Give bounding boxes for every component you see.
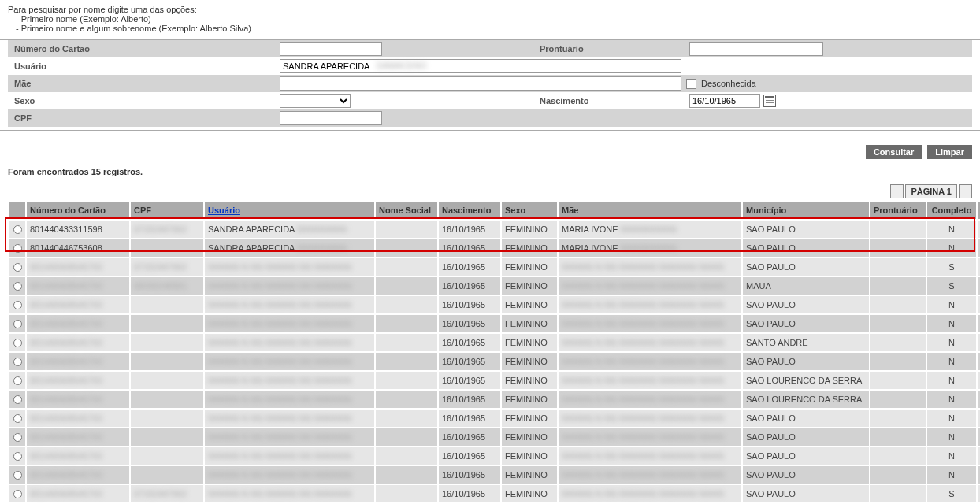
cell-municipio: SAO LOURENCO DA SERRA <box>743 372 869 389</box>
row-radio[interactable] <box>13 452 22 461</box>
pager: PÁGINA 1 <box>0 184 980 200</box>
cell-mae: NNNNN N NN NNNNNN NNNNNN NNNN <box>559 410 741 427</box>
th-nome-social: Nome Social <box>376 202 437 219</box>
cell-usuario: NNNNN N NN NNNNN NN NNNNNN <box>205 258 374 276</box>
row-radio[interactable] <box>13 244 22 253</box>
search-buttons: Consultar Limpar <box>0 131 980 164</box>
cell-municipio: MAUA <box>743 277 869 295</box>
table-row[interactable]: 80144040854579308200248901NNNNN N NN NNN… <box>9 277 980 295</box>
table-row[interactable]: 801440408545793NNNNN N NN NNNNN NN NNNNN… <box>9 410 980 427</box>
row-radio[interactable] <box>13 414 22 423</box>
pager-next[interactable] <box>959 184 972 198</box>
cell-municipio: SAO LOURENCO DA SERRA <box>743 391 869 408</box>
row-radio[interactable] <box>13 339 22 347</box>
cell-prontuario <box>870 353 926 370</box>
desconhecida-checkbox[interactable] <box>686 79 696 89</box>
nascimento-input[interactable] <box>689 94 760 108</box>
table-row[interactable]: 80144040854579307332487902NNNNN N NN NNN… <box>9 258 980 276</box>
cell-completo: N <box>927 239 976 257</box>
consultar-button[interactable]: Consultar <box>866 145 922 159</box>
cell-nome-social <box>376 220 437 238</box>
cell-cartao: 801440408545793 <box>27 485 129 502</box>
th-usuario[interactable]: Usuário <box>205 202 374 219</box>
label-usuario: Usuário <box>8 61 280 71</box>
cell-cpf: 07332487902 <box>131 220 203 238</box>
cell-sexo: FEMININO <box>502 220 557 238</box>
row-radio[interactable] <box>13 301 22 309</box>
cell-cartao: 801440408545793 <box>27 410 129 427</box>
th-prontuario: Prontuário <box>870 202 926 219</box>
cell-prontuario <box>870 296 926 313</box>
table-row[interactable]: 801440408545793NNNNN N NN NNNNN NN NNNNN… <box>9 334 980 351</box>
cell-cartao: 801440408545793 <box>27 334 129 351</box>
cell-usuario: NNNNN N NN NNNNN NN NNNNNN <box>205 334 374 351</box>
table-row[interactable]: 80144040854579307332487902NNNNN N NN NNN… <box>9 485 980 502</box>
table-row[interactable]: 80144043331159807332487902SANDRA APARECI… <box>9 220 980 238</box>
cell-cartao: 801440408545793 <box>27 428 129 446</box>
cell-nascimento: 16/10/1965 <box>439 372 500 389</box>
help-line: Para pesquisar por nome digite uma das o… <box>8 5 972 14</box>
cell-cartao: 801440408545793 <box>27 258 129 276</box>
pager-page[interactable]: PÁGINA 1 <box>905 184 957 198</box>
row-radio[interactable] <box>13 490 22 498</box>
table-row[interactable]: 801440408545793NNNNN N NN NNNNN NN NNNNN… <box>9 296 980 313</box>
table-row[interactable]: 801440446753608SANDRA APARECIDA NNNNNNNN… <box>9 239 980 257</box>
prontuario-input[interactable] <box>689 42 823 56</box>
th-municipio: Município <box>743 202 869 219</box>
cell-nome-social <box>376 353 437 370</box>
numero-cartao-input[interactable] <box>280 42 382 56</box>
table-row[interactable]: 801440408545793NNNNN N NN NNNNN NN NNNNN… <box>9 372 980 389</box>
label-mae: Mãe <box>8 79 280 88</box>
row-radio[interactable] <box>13 471 22 480</box>
th-mae: Mãe <box>559 202 741 219</box>
th-sexo: Sexo <box>502 202 557 219</box>
cell-nome-social <box>376 334 437 351</box>
results-count: Foram encontrados 15 registros. <box>0 164 980 184</box>
cpf-input[interactable] <box>280 111 382 125</box>
cell-prontuario <box>870 410 926 427</box>
sort-usuario-link: Usuário <box>208 206 240 215</box>
cell-completo: N <box>927 372 976 389</box>
row-radio[interactable] <box>13 225 22 234</box>
help-line: - Primeiro nome e algum sobrenome (Exemp… <box>8 24 972 33</box>
row-radio[interactable] <box>13 376 22 385</box>
limpar-button[interactable]: Limpar <box>927 145 972 159</box>
mae-input[interactable] <box>280 76 681 91</box>
cell-prontuario <box>870 391 926 408</box>
cell-completo: N <box>927 334 976 351</box>
cell-nome-social <box>376 485 437 502</box>
cell-prontuario <box>870 372 926 389</box>
row-radio[interactable] <box>13 395 22 404</box>
cell-cpf <box>131 372 203 389</box>
cell-nome-social <box>376 372 437 389</box>
cell-completo: N <box>927 220 976 238</box>
row-radio[interactable] <box>13 320 22 328</box>
pager-prev[interactable] <box>890 184 904 198</box>
cell-sexo: FEMININO <box>502 447 557 465</box>
cell-mae: NNNNN N NN NNNNNN NNNNNN NNNN <box>559 258 741 276</box>
table-row[interactable]: 801440408545793NNNNN N NN NNNNN NN NNNNN… <box>9 428 980 446</box>
row-radio[interactable] <box>13 263 22 272</box>
table-row[interactable]: 801440408545793NNNNN N NN NNNNN NN NNNNN… <box>9 466 980 484</box>
table-row[interactable]: 801440408545793NNNNN N NN NNNNN NN NNNNN… <box>9 315 980 332</box>
cell-mae: NNNNN N NN NNNNNN NNNNNN NNNN <box>559 428 741 446</box>
sexo-select[interactable]: --- <box>280 94 351 108</box>
cell-prontuario <box>870 466 926 484</box>
table-row[interactable]: 801440408545793NNNNN N NN NNNNN NN NNNNN… <box>9 391 980 408</box>
label-numero-cartao: Número do Cartão <box>8 44 280 54</box>
row-radio[interactable] <box>13 433 22 442</box>
cell-prontuario <box>870 239 926 257</box>
cell-sexo: FEMININO <box>502 315 557 332</box>
row-radio[interactable] <box>13 358 22 366</box>
cell-municipio: SAO PAULO <box>743 258 869 276</box>
cell-cartao: 801440408545793 <box>27 447 129 465</box>
cell-mae: NNNNN N NN NNNNNN NNNNNN NNNN <box>559 334 741 351</box>
calendar-icon[interactable] <box>763 94 776 107</box>
usuario-input[interactable] <box>280 59 681 73</box>
row-radio[interactable] <box>13 282 22 291</box>
help-line: - Primeiro nome (Exemplo: Alberto) <box>8 14 972 24</box>
table-row[interactable]: 801440408545793NNNNN N NN NNNNN NN NNNNN… <box>9 353 980 370</box>
cell-usuario: NNNNN N NN NNNNN NN NNNNNN <box>205 447 374 465</box>
table-row[interactable]: 801440408545793NNNNN N NN NNNNN NN NNNNN… <box>9 447 980 465</box>
cell-cartao: 801440408545793 <box>27 277 129 295</box>
